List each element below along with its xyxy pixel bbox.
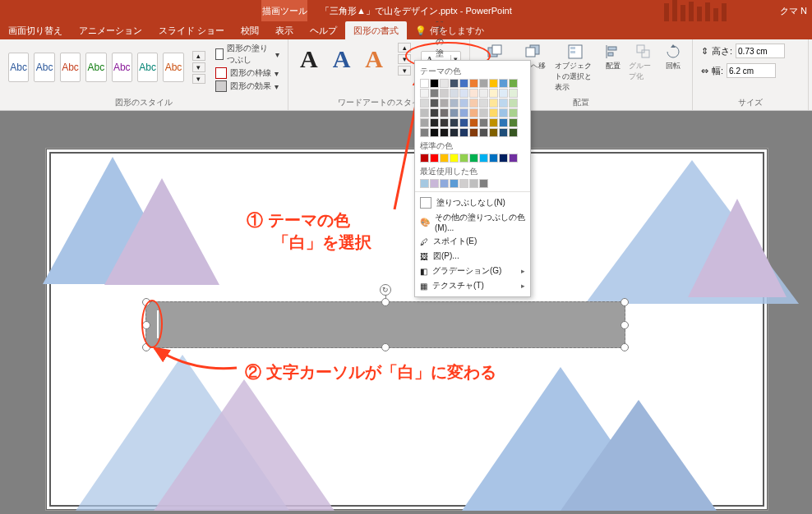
gallery-more-icon[interactable]: ▾ — [398, 66, 411, 76]
theme-color-swatch[interactable] — [469, 89, 478, 98]
resize-handle[interactable] — [142, 321, 150, 329]
theme-color-swatch[interactable] — [450, 99, 459, 108]
tab-help[interactable]: ヘルプ — [302, 21, 345, 39]
wordart-preset[interactable]: A — [330, 45, 354, 73]
rotate-button[interactable]: 回転 — [662, 43, 684, 71]
resize-handle[interactable] — [621, 321, 629, 329]
standard-color-swatch[interactable] — [479, 154, 488, 163]
theme-color-swatch[interactable] — [509, 99, 518, 108]
theme-color-swatch[interactable] — [450, 79, 459, 88]
theme-color-swatch[interactable] — [489, 89, 498, 98]
recent-color-swatch[interactable] — [430, 179, 439, 188]
shape-style-preset[interactable]: Abc — [112, 53, 132, 82]
selection-pane-button[interactable]: オブジェクトの選択と表示 — [555, 43, 597, 93]
theme-color-swatch[interactable] — [440, 99, 449, 108]
standard-color-swatch[interactable] — [459, 154, 468, 163]
theme-color-swatch[interactable] — [420, 89, 429, 98]
theme-color-swatch[interactable] — [499, 99, 508, 108]
tab-review[interactable]: 校閲 — [233, 21, 267, 39]
resize-handle[interactable] — [142, 343, 150, 351]
theme-color-swatch[interactable] — [430, 118, 439, 127]
shape-style-preset[interactable]: Abc — [85, 53, 106, 82]
gallery-up-icon[interactable]: ▴ — [192, 51, 205, 61]
picture-fill-item[interactable]: 🖼図(P)... — [420, 249, 525, 264]
tab-slideshow[interactable]: スライド ショー — [150, 21, 233, 39]
recent-color-swatch[interactable] — [420, 179, 429, 188]
theme-color-swatch[interactable] — [459, 118, 468, 127]
wordart-preset[interactable]: A — [362, 45, 386, 73]
recent-color-swatch[interactable] — [479, 179, 488, 188]
texture-fill-item[interactable]: ▦テクスチャ(T)▸ — [420, 278, 525, 293]
recent-color-swatch[interactable] — [450, 179, 459, 188]
theme-color-swatch[interactable] — [420, 99, 429, 108]
theme-color-swatch[interactable] — [509, 118, 518, 127]
resize-handle[interactable] — [142, 298, 150, 306]
tab-view[interactable]: 表示 — [267, 21, 302, 39]
tell-me[interactable]: 💡 何をしますか — [407, 25, 484, 37]
theme-color-swatch[interactable] — [499, 128, 508, 137]
recent-color-swatch[interactable] — [459, 179, 468, 188]
theme-color-swatch[interactable] — [479, 108, 488, 117]
group-button[interactable]: グループ化 — [629, 43, 657, 82]
theme-color-swatch[interactable] — [450, 118, 459, 127]
standard-color-swatch[interactable] — [420, 154, 429, 163]
standard-color-swatch[interactable] — [489, 154, 498, 163]
theme-color-swatch[interactable] — [479, 79, 488, 88]
theme-color-swatch[interactable] — [489, 99, 498, 108]
theme-color-swatch[interactable] — [430, 79, 439, 88]
theme-color-swatch[interactable] — [489, 118, 498, 127]
resize-handle[interactable] — [381, 343, 390, 351]
theme-color-swatch[interactable] — [440, 79, 449, 88]
theme-color-swatch[interactable] — [509, 79, 518, 88]
theme-color-swatch[interactable] — [440, 108, 449, 117]
theme-color-swatch[interactable] — [459, 108, 468, 117]
gradient-fill-item[interactable]: ◧グラデーション(G)▸ — [420, 264, 525, 278]
gallery-up-icon[interactable]: ▴ — [398, 43, 411, 53]
resize-handle[interactable] — [621, 298, 629, 306]
standard-color-swatch[interactable] — [469, 154, 478, 163]
theme-color-swatch[interactable] — [450, 128, 459, 137]
shape-effects-button[interactable]: 図形の効果▾ — [215, 80, 279, 92]
theme-color-swatch[interactable] — [430, 128, 439, 137]
standard-color-swatch[interactable] — [450, 154, 459, 163]
theme-color-swatch[interactable] — [499, 89, 508, 98]
resize-handle[interactable] — [381, 298, 390, 306]
more-fill-colors-item[interactable]: 🎨その他の塗りつぶしの色(M)... — [420, 210, 525, 234]
align-button[interactable]: 配置 — [602, 43, 625, 71]
theme-color-swatch[interactable] — [509, 128, 518, 137]
theme-color-swatch[interactable] — [430, 108, 439, 117]
theme-color-swatch[interactable] — [479, 118, 488, 127]
theme-color-swatch[interactable] — [499, 118, 508, 127]
theme-color-swatch[interactable] — [459, 89, 468, 98]
theme-color-swatch[interactable] — [420, 79, 429, 88]
theme-color-swatch[interactable] — [499, 108, 508, 117]
theme-color-swatch[interactable] — [430, 99, 439, 108]
theme-color-swatch[interactable] — [469, 108, 478, 117]
theme-color-swatch[interactable] — [469, 118, 478, 127]
theme-color-swatch[interactable] — [420, 128, 429, 137]
theme-color-swatch[interactable] — [489, 108, 498, 117]
theme-color-swatch[interactable] — [459, 79, 468, 88]
theme-color-swatch[interactable] — [420, 108, 429, 117]
theme-color-swatch[interactable] — [469, 79, 478, 88]
theme-color-swatch[interactable] — [450, 108, 459, 117]
user-name[interactable]: クマ N — [780, 5, 807, 17]
standard-color-swatch[interactable] — [430, 154, 439, 163]
theme-color-swatch[interactable] — [509, 108, 518, 117]
shape-outline-button[interactable]: 図形の枠線▾ — [215, 67, 279, 79]
shape-fill-button[interactable]: 図形の塗りつぶし▾ — [215, 43, 279, 66]
theme-color-swatch[interactable] — [489, 128, 498, 137]
recent-color-swatch[interactable] — [440, 179, 449, 188]
gallery-down-icon[interactable]: ▾ — [192, 62, 205, 72]
shape-style-preset[interactable]: Abc — [137, 53, 158, 82]
selected-textbox[interactable]: ↻ — [145, 301, 625, 348]
tab-shape-format[interactable]: 図形の書式 — [345, 21, 407, 39]
theme-color-swatch[interactable] — [459, 128, 468, 137]
theme-color-swatch[interactable] — [440, 128, 449, 137]
theme-color-swatch[interactable] — [430, 89, 439, 98]
theme-color-swatch[interactable] — [440, 89, 449, 98]
standard-color-swatch[interactable] — [509, 154, 518, 163]
standard-color-swatch[interactable] — [440, 154, 449, 163]
theme-color-swatch[interactable] — [469, 99, 478, 108]
slide-canvas[interactable]: ↻ — [45, 148, 768, 511]
